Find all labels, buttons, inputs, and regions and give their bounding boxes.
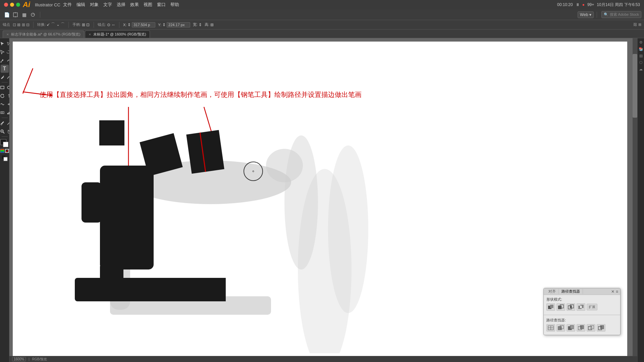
svg-rect-49	[580, 306, 582, 308]
svg-rect-57	[580, 325, 584, 329]
outline-btn[interactable]	[587, 324, 595, 331]
expand-btn[interactable]: 扩展	[587, 304, 597, 310]
svg-point-4	[1, 62, 2, 63]
menu-effect[interactable]: 效果	[130, 2, 139, 8]
document-info: RGB/预览	[32, 357, 47, 362]
direct-select-tool[interactable]	[0, 48, 6, 56]
tab-close-1[interactable]: ✕	[6, 33, 9, 36]
pencil-tool[interactable]	[0, 73, 6, 81]
warp-tool[interactable]	[0, 100, 6, 108]
svg-point-35	[328, 145, 368, 313]
panel-tabs[interactable]: 对齐 路径查找器	[546, 289, 583, 294]
search-icon: 🔍	[604, 12, 608, 17]
convert-label: 转换:	[37, 22, 46, 27]
y-coord: Y: ⇕	[158, 22, 190, 27]
circle-tool-indicator	[244, 162, 263, 181]
minimize-button[interactable]	[10, 3, 14, 7]
left-toolbar: T	[0, 38, 9, 362]
top-toolbar: 📄 ▦ Web ▾ 🔍 搜索 Adobe Stock	[0, 9, 644, 20]
svg-rect-21	[4, 157, 7, 161]
cc-libraries-icon[interactable]: ☁	[638, 66, 644, 72]
align-tab[interactable]: 对齐	[546, 289, 559, 294]
prop-sep-2	[68, 22, 69, 28]
zoom-tool[interactable]	[0, 127, 6, 135]
x-input[interactable]	[132, 22, 155, 27]
anchor-point-section: 锚点	[3, 22, 10, 27]
figure-head	[99, 120, 124, 145]
workspace-dropdown[interactable]: Web ▾	[578, 11, 593, 18]
stock-search[interactable]: 🔍 搜索 Adobe Stock	[601, 11, 641, 18]
anchor2-label: 锚点:	[98, 22, 106, 27]
divide-btn[interactable]	[546, 324, 555, 331]
new-document-btn[interactable]: 📄	[3, 11, 11, 19]
crop-btn[interactable]	[577, 324, 585, 331]
intersect-btn[interactable]	[567, 303, 575, 311]
view-mode-btn[interactable]: ▦	[20, 11, 28, 19]
svg-rect-46	[570, 306, 572, 308]
svg-line-17	[3, 132, 4, 133]
artboards-icon[interactable]: ⬡	[638, 60, 644, 65]
symbol-tool[interactable]	[0, 109, 6, 117]
swap-colors-btn[interactable]	[1, 155, 8, 162]
title-bar-left: Ai Illustrator CC 文件 编辑 对象 文字 选择 效果 视图 窗…	[4, 0, 179, 9]
menu-object[interactable]: 对象	[90, 2, 99, 8]
trim-btn[interactable]	[556, 324, 565, 331]
rect-tool[interactable]	[0, 83, 6, 92]
tab-label-1: 标志字体全能备.ai* @ 66.67% (RGB/预览)	[11, 32, 80, 37]
maximize-button[interactable]	[16, 3, 20, 7]
merge-btn[interactable]	[567, 324, 575, 331]
menu-view[interactable]: 视图	[144, 2, 152, 8]
vertical-scrollbar[interactable]	[633, 38, 637, 356]
svg-rect-53	[558, 326, 561, 330]
record-icon: ●	[582, 2, 585, 7]
prop-sep-1	[33, 22, 34, 28]
canvas: 使用【直接选择工具】拉出圆角，相同方法继续制作笔画，可使用【钢笔工具】绘制路径并…	[13, 42, 627, 359]
separator-2	[597, 12, 597, 18]
arrange-btn[interactable]	[29, 11, 37, 19]
tab-close-2[interactable]: ✕	[89, 33, 91, 36]
gradient-btn[interactable]	[0, 149, 4, 153]
menu-window[interactable]: 窗口	[157, 2, 166, 8]
artboard-btn[interactable]	[11, 11, 19, 19]
menu-help[interactable]: 帮助	[170, 2, 179, 8]
minus-back-btn[interactable]	[597, 324, 605, 331]
pathfinder-label: 路径查找器:	[546, 318, 618, 323]
y-input[interactable]	[167, 22, 190, 27]
eyedropper-tool[interactable]	[0, 119, 6, 127]
select-tool[interactable]	[0, 40, 6, 48]
tab-1[interactable]: ✕ 标志字体全能备.ai* @ 66.67% (RGB/预览)	[3, 31, 84, 38]
zoom-level: 1600%	[12, 357, 26, 361]
traffic-lights[interactable]	[4, 3, 20, 7]
svg-line-5	[3, 75, 4, 76]
type-tool[interactable]: T	[1, 65, 9, 73]
panel-close-btn[interactable]: ✕	[611, 289, 614, 294]
handle-section: 手柄: ⊞ ⊡	[72, 22, 90, 27]
title-bar: Ai Illustrator CC 文件 编辑 对象 文字 选择 效果 视图 窗…	[0, 0, 644, 9]
instruction-text: 使用【直接选择工具】拉出圆角，相同方法继续制作笔画，可使用【钢笔工具】绘制路径并…	[40, 90, 362, 99]
libraries-icon[interactable]: 📚	[638, 46, 644, 52]
pen-tool[interactable]	[0, 56, 6, 64]
minus-front-btn[interactable]	[556, 303, 565, 311]
close-button[interactable]	[4, 3, 8, 7]
pathfinder-buttons	[546, 324, 618, 331]
color-selector[interactable]	[0, 139, 9, 148]
exclude-btn[interactable]	[577, 303, 585, 311]
menu-file[interactable]: 文件	[63, 2, 72, 8]
right-panel: ⚙ 📚 ▤ ⬡ ☁	[637, 38, 644, 362]
panel-menu-btn[interactable]: ≡	[616, 289, 618, 294]
none-btn[interactable]	[5, 149, 9, 153]
layers-icon[interactable]: ▤	[638, 53, 644, 58]
system-icons: 00:10:20 ⏸ ● 99+ 10月14日 周四 下午6:53	[557, 2, 640, 8]
width-section: 宽: ⇕	[193, 22, 202, 27]
pathfinder-tab[interactable]: 路径查找器	[559, 289, 583, 294]
svg-rect-59	[588, 326, 592, 330]
rotate-tool[interactable]	[0, 92, 6, 100]
menu-text[interactable]: 文字	[103, 2, 112, 8]
menu-edit[interactable]: 编辑	[76, 2, 85, 8]
tab-2[interactable]: ✕ 未标题-1* @ 1600% (RGB/预览)	[85, 31, 150, 38]
menu-select[interactable]: 选择	[117, 2, 125, 8]
battery-icon: 99+	[587, 2, 594, 7]
unite-btn[interactable]	[546, 303, 555, 311]
properties-panel-icon[interactable]: ⚙	[638, 40, 644, 45]
anchor2-section: 锚点: ⊙ ↔	[98, 22, 115, 27]
